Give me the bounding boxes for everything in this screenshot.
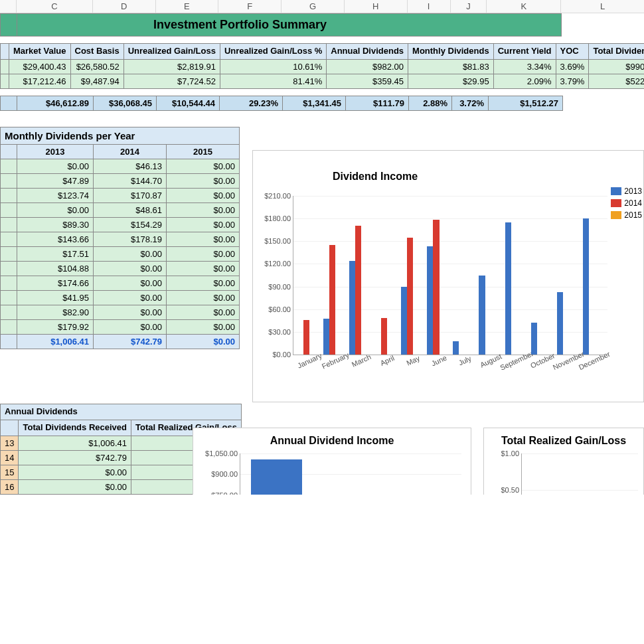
col-K[interactable]: K	[487, 0, 561, 13]
col-L[interactable]: L	[561, 0, 644, 13]
col-C[interactable]: C	[17, 0, 93, 13]
summary-row-1[interactable]: $29,400.43 $26,580.52 $2,819.91 10.61% $…	[1, 59, 645, 74]
col-J[interactable]: J	[451, 0, 487, 13]
table-row[interactable]: $123.74$170.87$0.00	[1, 189, 240, 203]
column-header-row: C D E F G H I J K L	[0, 0, 644, 13]
table-row[interactable]: $89.30$154.29$0.00	[1, 218, 240, 232]
table-row[interactable]: $179.92$0.00$0.00	[1, 320, 240, 335]
page-title: Investment Portfolio Summary	[153, 18, 327, 32]
table-row[interactable]: $0.00$46.13$0.00	[1, 159, 240, 174]
monthly-table[interactable]: Monthly Dividends per Year 2013 2014 201…	[0, 127, 240, 349]
chart-realized-gl: Total Realized Gain/Loss -$1.00-$0.50$0.…	[483, 428, 644, 495]
table-row[interactable]: $143.66$178.19$0.00	[1, 232, 240, 247]
chart-title: Total Realized Gain/Loss	[484, 428, 643, 449]
table-row[interactable]: $47.89$144.70$0.00	[1, 174, 240, 189]
table-row[interactable]: $0.00$48.61$0.00	[1, 203, 240, 218]
monthly-title: Monthly Dividends per Year	[1, 127, 240, 144]
col-I[interactable]: I	[408, 0, 451, 13]
summary-row-2[interactable]: $17,212.46 $9,487.94 $7,724.52 81.41% $3…	[1, 74, 645, 88]
col-D[interactable]: D	[93, 0, 156, 13]
chart-legend: 2013 2014 2015	[611, 187, 642, 222]
hdr-market-value[interactable]: Market Value	[9, 44, 71, 60]
summary-total-row[interactable]: $46,612.89 $36,068.45 $10,544.44 29.23% …	[0, 96, 563, 111]
table-row[interactable]: $41.95$0.00$0.00	[1, 291, 240, 305]
chart-title: Dividend Income	[253, 151, 643, 185]
col-E[interactable]: E	[156, 0, 219, 13]
col-F[interactable]: F	[218, 0, 282, 13]
hdr-unrealized-gl[interactable]: Unrealized Gain/Loss	[123, 44, 220, 60]
hdr-yoc[interactable]: YOC	[556, 44, 589, 60]
hdr-total-div[interactable]: Total Dividends	[589, 44, 644, 60]
col-G[interactable]: G	[282, 0, 345, 13]
chart-annual-dividend: Annual Dividend Income $0.00$150.00$300.…	[193, 428, 471, 495]
hdr-unrealized-gl-pct[interactable]: Unrealized Gain/Loss %	[220, 44, 326, 60]
chart-dividend-income: Dividend Income $0.00$30.00$60.00$90.00$…	[252, 150, 644, 402]
hdr-monthly-div[interactable]: Monthly Dividends	[408, 44, 494, 60]
annual-title: Annual Dividends	[1, 404, 242, 420]
col-H[interactable]: H	[345, 0, 408, 13]
title-table: Investment Portfolio Summary	[0, 13, 562, 37]
summary-table[interactable]: Market Value Cost Basis Unrealized Gain/…	[0, 43, 644, 89]
table-row[interactable]: $104.88$0.00$0.00	[1, 262, 240, 276]
hdr-annual-div[interactable]: Annual Dividends	[327, 44, 408, 60]
chart-title: Annual Dividend Income	[193, 428, 471, 449]
hdr-cost-basis[interactable]: Cost Basis	[70, 44, 123, 60]
table-row[interactable]: $17.51$0.00$0.00	[1, 247, 240, 262]
hdr-current-yield[interactable]: Current Yield	[493, 44, 556, 60]
table-row[interactable]: $174.66$0.00$0.00	[1, 276, 240, 291]
table-row[interactable]: $82.90$0.00$0.00	[1, 305, 240, 320]
